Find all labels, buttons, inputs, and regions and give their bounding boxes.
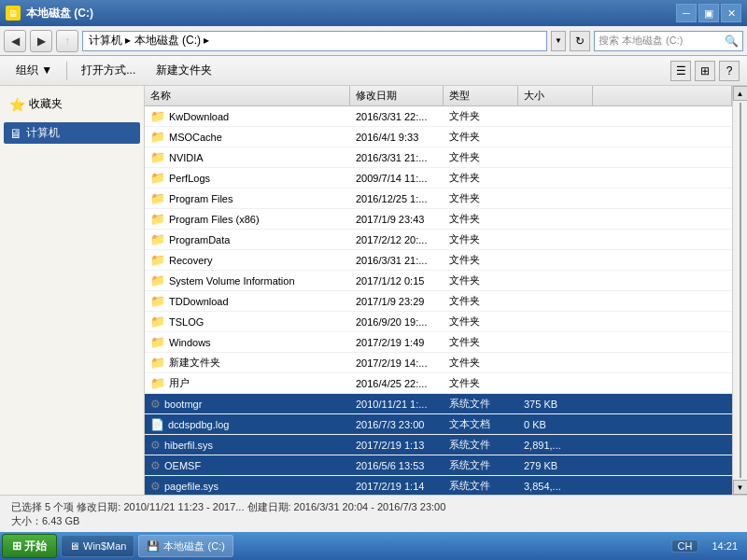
status-info: 已选择 5 个项 修改日期: 2010/11/21 11:23 - 2017..… xyxy=(11,500,445,528)
title-bar: 🖥 本地磁盘 (C:) ─ ▣ ✕ xyxy=(0,0,747,26)
language-button[interactable]: CH xyxy=(671,539,699,553)
file-type-cell: 文件夹 xyxy=(444,313,518,330)
file-type-cell: 文件夹 xyxy=(444,354,518,371)
table-row[interactable]: ⚙ OEMSF 2016/5/6 13:53 系统文件 279 KB xyxy=(145,455,732,476)
file-date-cell: 2016/3/31 21:... xyxy=(350,253,444,268)
file-name-cell: 📁 用户 xyxy=(145,374,350,392)
table-row[interactable]: 📁 新建文件夹 2017/2/19 14:... 文件夹 xyxy=(145,353,732,373)
taskbar-item-winsman[interactable]: 🖥 Win$Man xyxy=(61,535,134,557)
window-title: 本地磁盘 (C:) xyxy=(26,6,93,21)
column-header-size[interactable]: 大小 xyxy=(518,86,593,105)
file-date-cell: 2017/1/9 23:29 xyxy=(350,294,444,309)
minimize-button[interactable]: ─ xyxy=(676,4,697,22)
file-size-cell xyxy=(518,115,593,119)
table-row[interactable]: 📁 Recovery 2016/3/31 21:... 文件夹 xyxy=(145,250,732,271)
open-with-button[interactable]: 打开方式... xyxy=(73,60,144,82)
table-row[interactable]: 📁 Windows 2017/2/19 1:49 文件夹 xyxy=(145,332,732,353)
table-row[interactable]: ⚙ bootmgr 2010/11/21 1:... 系统文件 375 KB xyxy=(145,394,732,414)
file-size-cell xyxy=(518,300,593,303)
column-header-type[interactable]: 类型 xyxy=(444,86,518,105)
file-date-cell: 2016/4/25 22:... xyxy=(350,376,444,391)
file-size-cell xyxy=(518,135,593,139)
scrollbar[interactable]: ▲ ▼ xyxy=(732,86,747,495)
up-button[interactable]: ↑ xyxy=(56,30,78,52)
restore-button[interactable]: ▣ xyxy=(698,4,719,22)
table-row[interactable]: 📁 ProgramData 2017/2/12 20:... 文件夹 xyxy=(145,230,732,250)
scroll-thumb[interactable] xyxy=(740,103,741,478)
table-row[interactable]: ⚙ hiberfil.sys 2017/2/19 1:13 系统文件 2,891… xyxy=(145,435,732,455)
window-icon: 🖥 xyxy=(6,6,21,21)
table-row[interactable]: ⚙ pagefile.sys 2017/2/19 1:14 系统文件 3,854… xyxy=(145,476,732,495)
sidebar-computer-section: 🖥 计算机 xyxy=(4,122,140,144)
table-row[interactable]: 📁 用户 2016/4/25 22:... 文件夹 xyxy=(145,373,732,394)
file-size-cell xyxy=(518,320,593,324)
file-type-cell: 文件夹 xyxy=(444,148,518,166)
file-name-cell: 📁 Recovery xyxy=(145,251,350,269)
folder-icon: 📁 xyxy=(150,335,165,349)
file-name-cell: 📄 dcdspdbg.log xyxy=(145,416,350,433)
clock: 14:21 xyxy=(704,540,745,552)
forward-button[interactable]: ▶ xyxy=(30,30,52,52)
file-date-cell: 2009/7/14 11:... xyxy=(350,171,444,186)
file-size-cell xyxy=(518,217,593,221)
file-name-cell: 📁 ProgramData xyxy=(145,231,350,248)
address-field[interactable]: 计算机 ▸ 本地磁盘 (C:) ▸ xyxy=(82,31,547,51)
table-row[interactable]: 📁 Program Files (x86) 2017/1/9 23:43 文件夹 xyxy=(145,209,732,230)
column-header-date[interactable]: 修改日期 xyxy=(350,86,444,105)
file-type-cell: 文件夹 xyxy=(444,231,518,248)
file-date-cell: 2017/2/19 14:... xyxy=(350,356,444,371)
file-date-cell: 2016/3/31 22:... xyxy=(350,109,444,124)
view-details-button[interactable]: ☰ xyxy=(670,61,691,81)
file-size-cell xyxy=(518,176,593,180)
file-date-cell: 2016/12/25 1:... xyxy=(350,191,444,206)
back-button[interactable]: ◀ xyxy=(4,30,26,52)
file-size-cell xyxy=(518,238,593,242)
file-size-cell: 375 KB xyxy=(518,397,593,412)
folder-icon: 📁 xyxy=(150,171,165,185)
table-row[interactable]: 📁 KwDownload 2016/3/31 22:... 文件夹 xyxy=(145,106,732,127)
table-row[interactable]: 📁 TSLOG 2016/9/20 19:... 文件夹 xyxy=(145,312,732,332)
file-list[interactable]: 📁 KwDownload 2016/3/31 22:... 文件夹 📁 MSOC… xyxy=(145,106,732,495)
column-header-name[interactable]: 名称 xyxy=(145,86,350,105)
file-list-header: 名称 修改日期 类型 大小 xyxy=(145,86,732,106)
toolbar-separator xyxy=(66,62,67,80)
folder-icon: 📁 xyxy=(150,150,165,164)
file-type-cell: 文件夹 xyxy=(444,292,518,310)
new-folder-button[interactable]: 新建文件夹 xyxy=(148,60,220,82)
close-button[interactable]: ✕ xyxy=(721,4,741,22)
table-row[interactable]: 📁 PerfLogs 2009/7/14 11:... 文件夹 xyxy=(145,168,732,189)
search-bar[interactable]: 搜索 本地磁盘 (C:) 🔍 xyxy=(594,31,743,51)
scroll-up-arrow[interactable]: ▲ xyxy=(733,86,748,101)
sidebar-item-computer[interactable]: 🖥 计算机 xyxy=(4,122,140,144)
table-row[interactable]: 📁 Program Files 2016/12/25 1:... 文件夹 xyxy=(145,189,732,209)
table-row[interactable]: 📁 MSOCache 2016/4/1 9:33 文件夹 xyxy=(145,127,732,147)
help-button[interactable]: ? xyxy=(719,61,740,81)
folder-icon: 📁 xyxy=(150,273,165,287)
file-type-cell: 文件夹 xyxy=(444,189,518,207)
table-row[interactable]: 📁 NVIDIA 2016/3/31 21:... 文件夹 xyxy=(145,147,732,168)
file-name-cell: ⚙ bootmgr xyxy=(145,396,350,413)
sidebar-item-favorites[interactable]: ⭐ 收藏夹 xyxy=(4,93,140,115)
table-row[interactable]: 📁 System Volume Information 2017/1/12 0:… xyxy=(145,271,732,291)
file-date-cell: 2017/1/12 0:15 xyxy=(350,273,444,288)
table-row[interactable]: 📁 TDDownload 2017/1/9 23:29 文件夹 xyxy=(145,291,732,312)
address-bar: ◀ ▶ ↑ 计算机 ▸ 本地磁盘 (C:) ▸ ▼ ↻ 搜索 本地磁盘 (C:)… xyxy=(0,26,747,56)
address-dropdown[interactable]: ▼ xyxy=(551,31,566,51)
star-icon: ⭐ xyxy=(9,97,25,112)
main-area: ⭐ 收藏夹 🖥 计算机 名称 修改日期 类型 大小 📁 KwDownload 2… xyxy=(0,86,747,495)
organize-button[interactable]: 组织 ▼ xyxy=(7,60,61,82)
taskbar: ⊞ 开始 🖥 Win$Man 💾 本地磁盘 (C:) CH 14:21 xyxy=(0,532,747,560)
file-size-cell xyxy=(518,279,593,283)
file-date-cell: 2010/11/21 1:... xyxy=(350,397,444,412)
taskbar-icon-winsman: 🖥 xyxy=(69,540,79,552)
sidebar: ⭐ 收藏夹 🖥 计算机 xyxy=(0,86,145,495)
taskbar-item-drive[interactable]: 💾 本地磁盘 (C:) xyxy=(138,535,233,557)
sidebar-favorites-section: ⭐ 收藏夹 xyxy=(4,93,140,115)
scroll-down-arrow[interactable]: ▼ xyxy=(733,480,748,495)
view-icons-button[interactable]: ⊞ xyxy=(695,61,715,81)
folder-icon: 📁 xyxy=(150,294,165,308)
file-size-cell xyxy=(518,341,593,344)
refresh-button[interactable]: ↻ xyxy=(570,31,590,51)
table-row[interactable]: 📄 dcdspdbg.log 2016/7/3 23:00 文本文档 0 KB xyxy=(145,414,732,435)
start-button[interactable]: ⊞ 开始 xyxy=(2,534,57,558)
